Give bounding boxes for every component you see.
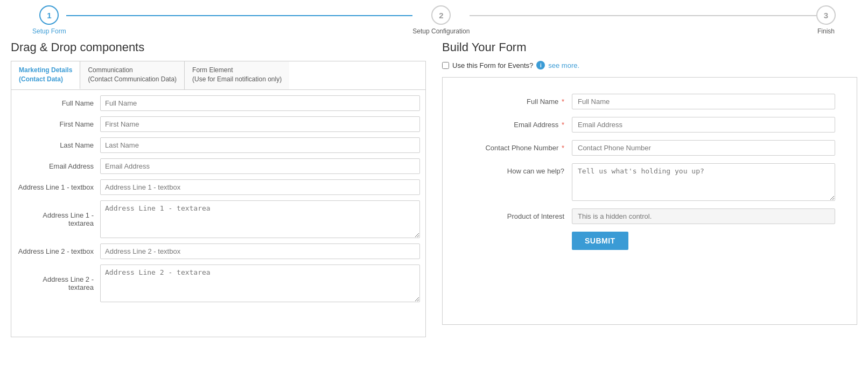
- submit-button[interactable]: SUBMIT: [572, 232, 628, 250]
- step-2-label: Setup Configuration: [412, 27, 470, 35]
- form-row: Email Address *: [464, 117, 835, 133]
- field-label: Address Line 1 - textbox: [17, 183, 100, 191]
- field-textarea[interactable]: [100, 264, 420, 302]
- builder-hidden-input: [572, 208, 835, 224]
- events-label: Use this Form for Events?: [452, 61, 533, 69]
- field-input[interactable]: [100, 243, 420, 259]
- form-row: Product of Interest: [464, 208, 835, 224]
- required-star: *: [559, 144, 564, 152]
- right-panel: Build Your Form Use this Form for Events…: [442, 40, 857, 337]
- field-label: Email Address: [17, 162, 100, 170]
- left-panel: Drag & Drop components Marketing Details…: [11, 40, 426, 337]
- list-item: Address Line 1 - textbox: [17, 179, 420, 195]
- step-connector-2: [470, 15, 816, 16]
- form-row: How can we help?: [464, 163, 835, 201]
- submit-row: SUBMIT: [572, 232, 835, 250]
- required-star: *: [559, 98, 564, 106]
- list-item: First Name: [17, 116, 420, 132]
- step-1-label: Setup Form: [32, 27, 66, 35]
- step-2: 2 Setup Configuration: [412, 5, 470, 35]
- form-builder-box: Full Name *Email Address *Contact Phone …: [442, 77, 857, 325]
- field-input[interactable]: [100, 179, 420, 195]
- step-3-label: Finish: [817, 27, 835, 35]
- step-1: 1 Setup Form: [32, 5, 66, 35]
- step-2-circle: 2: [431, 5, 451, 25]
- builder-field-label: How can we help?: [464, 163, 572, 175]
- builder-field-label: Contact Phone Number *: [464, 140, 572, 152]
- list-item: Last Name: [17, 137, 420, 153]
- step-connector-1: [66, 15, 413, 16]
- step-3: 3 Finish: [816, 5, 836, 35]
- field-input[interactable]: [100, 116, 420, 132]
- tab-marketing-details[interactable]: Marketing Details (Contact Data): [11, 61, 80, 89]
- builder-field-label: Full Name *: [464, 94, 572, 106]
- step-1-circle: 1: [39, 5, 59, 25]
- field-label: Address Line 2 - textarea: [17, 275, 100, 291]
- list-item: Full Name: [17, 95, 420, 111]
- list-item: Address Line 2 - textarea: [17, 264, 420, 302]
- field-label: First Name: [17, 120, 100, 128]
- field-input[interactable]: [100, 158, 420, 174]
- right-title: Build Your Form: [442, 40, 857, 54]
- form-row: Contact Phone Number *: [464, 140, 835, 156]
- field-input[interactable]: [100, 95, 420, 111]
- events-checkbox[interactable]: [442, 62, 449, 69]
- field-label: Full Name: [17, 99, 100, 107]
- info-icon: i: [536, 61, 545, 69]
- tabs: Marketing Details (Contact Data) Communi…: [11, 61, 426, 89]
- builder-input[interactable]: [572, 117, 835, 133]
- builder-field-label: Product of Interest: [464, 208, 572, 220]
- left-title: Drag & Drop components: [11, 40, 426, 54]
- list-item: Address Line 2 - textbox: [17, 243, 420, 259]
- field-input[interactable]: [100, 137, 420, 153]
- stepper: 1 Setup Form 2 Setup Configuration 3 Fin…: [0, 0, 868, 35]
- events-row: Use this Form for Events? i see more.: [442, 61, 857, 69]
- builder-input[interactable]: [572, 140, 835, 156]
- see-more-link[interactable]: see more.: [548, 61, 579, 69]
- tab-form-element[interactable]: Form Element (Use for Email notification…: [185, 61, 289, 89]
- builder-field-label: Email Address *: [464, 117, 572, 129]
- field-label: Last Name: [17, 141, 100, 149]
- form-row: Full Name *: [464, 94, 835, 109]
- list-item: Address Line 1 - textarea: [17, 200, 420, 238]
- drag-drop-list: Full NameFirst NameLast NameEmail Addres…: [11, 89, 426, 337]
- required-star: *: [559, 121, 564, 129]
- field-label: Address Line 2 - textbox: [17, 247, 100, 255]
- list-item: Email Address: [17, 158, 420, 174]
- tab-communication[interactable]: Communication (Contact Communication Dat…: [80, 61, 185, 89]
- builder-input[interactable]: [572, 94, 835, 109]
- builder-textarea[interactable]: [572, 163, 835, 201]
- step-3-circle: 3: [816, 5, 836, 25]
- field-textarea[interactable]: [100, 200, 420, 238]
- field-label: Address Line 1 - textarea: [17, 211, 100, 227]
- main-layout: Drag & Drop components Marketing Details…: [0, 35, 868, 337]
